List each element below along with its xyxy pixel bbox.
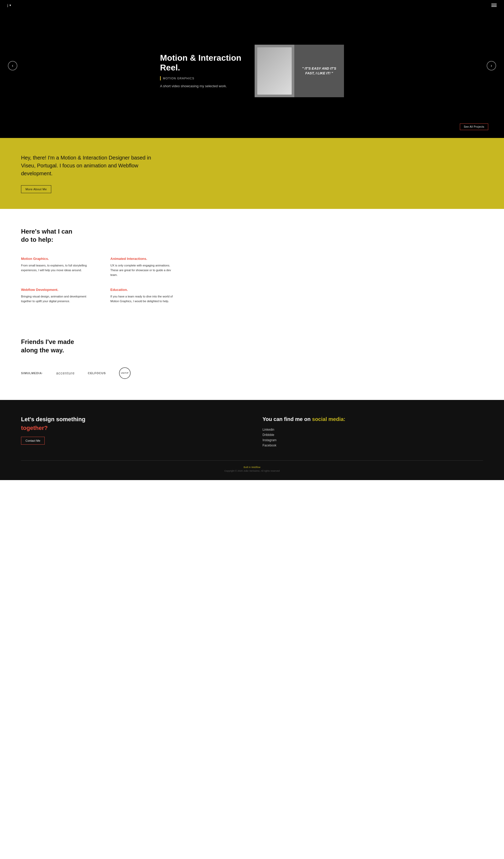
footer-social-title: You can find me on social media: bbox=[262, 416, 483, 423]
footer-cta-together: together? bbox=[21, 425, 242, 432]
service-name-webflow: Webflow Development. bbox=[21, 288, 89, 292]
more-about-button[interactable]: More About Me bbox=[21, 185, 51, 193]
service-item-animated-interactions: Animated Interactions. UX is only comple… bbox=[110, 257, 179, 277]
services-title: Here's what I can do to help: bbox=[21, 227, 79, 244]
hero-quote: " IT'S EASY AND IT'S FAST, I LIKE IT! " bbox=[299, 66, 340, 76]
services-section: Here's what I can do to help: Motion Gra… bbox=[0, 209, 504, 322]
hero-title: Motion & Interaction Reel. bbox=[160, 53, 244, 73]
about-section: Hey, there! I'm a Motion & Interaction D… bbox=[0, 138, 504, 209]
next-arrow-button[interactable]: › bbox=[487, 61, 496, 71]
footer-main: Let's design something together? Contact… bbox=[21, 416, 483, 447]
menu-icon[interactable] bbox=[491, 4, 497, 7]
service-item-webflow: Webflow Development. Bringing visual des… bbox=[21, 288, 89, 303]
service-name-education: Education. bbox=[110, 288, 179, 292]
service-desc-education: If you have a team ready to dive into th… bbox=[110, 294, 179, 303]
service-desc-motion-graphics: From small teasers, to explainers, to fu… bbox=[21, 263, 89, 272]
social-link-dribbble[interactable]: Dribbble bbox=[262, 433, 483, 437]
hero-inner: Motion & Interaction Reel. Motion Graphi… bbox=[160, 45, 344, 97]
hero-category: Motion Graphics bbox=[160, 76, 244, 80]
service-item-education: Education. If you have a team ready to d… bbox=[110, 288, 179, 303]
client-logo-celfocus: CELFOCUS bbox=[88, 372, 106, 375]
hero-img-left bbox=[255, 45, 294, 97]
client-logo-accenture: accenture bbox=[56, 371, 75, 375]
prev-arrow-button[interactable]: ‹ bbox=[8, 61, 17, 71]
social-link-instagram[interactable]: Instagram bbox=[262, 438, 483, 442]
see-all-row: See All Projects bbox=[0, 121, 504, 138]
client-logo-simulmedia: SIMULMEDIA· bbox=[21, 372, 43, 375]
social-link-facebook[interactable]: Facebook bbox=[262, 443, 483, 447]
footer-right: You can find me on social media: Linkedi… bbox=[262, 416, 483, 447]
footer-copyright: Copyright © 2020 João Veríssimo. All rig… bbox=[21, 470, 483, 472]
about-text: Hey, there! I'm a Motion & Interaction D… bbox=[21, 154, 158, 177]
nav-logo[interactable]: j ▾ bbox=[7, 3, 11, 7]
social-link-linkedin[interactable]: Linkedin bbox=[262, 428, 483, 432]
client-logo-unitip: UNITIP bbox=[119, 367, 131, 379]
service-item-motion-graphics: Motion Graphics. From small teasers, to … bbox=[21, 257, 89, 277]
navigation: j ▾ bbox=[0, 0, 504, 11]
category-bar bbox=[160, 76, 161, 80]
footer-left: Let's design something together? Contact… bbox=[21, 416, 242, 447]
contact-me-button[interactable]: Contact Me bbox=[21, 437, 45, 444]
hero-img-left-inner bbox=[257, 47, 292, 95]
hero-img-right: " IT'S EASY AND IT'S FAST, I LIKE IT! " bbox=[294, 45, 344, 97]
hero-description: A short video showcasing my selected wor… bbox=[160, 84, 244, 89]
hero-image: " IT'S EASY AND IT'S FAST, I LIKE IT! " bbox=[255, 45, 344, 97]
footer-cta-title: Let's design something bbox=[21, 416, 242, 423]
see-all-button[interactable]: See All Projects bbox=[460, 123, 488, 130]
service-desc-webflow: Bringing visual design, animation and de… bbox=[21, 294, 89, 303]
clients-title: Friends I've made along the way. bbox=[21, 338, 79, 354]
clients-logos: SIMULMEDIA· accenture CELFOCUS UNITIP bbox=[21, 367, 483, 379]
hero-image-box: " IT'S EASY AND IT'S FAST, I LIKE IT! " bbox=[255, 45, 344, 97]
hero-category-label: Motion Graphics bbox=[163, 77, 195, 80]
service-name-motion-graphics: Motion Graphics. bbox=[21, 257, 89, 261]
footer: Let's design something together? Contact… bbox=[0, 400, 504, 480]
services-grid: Motion Graphics. From small teasers, to … bbox=[21, 257, 179, 303]
service-name-animated-interactions: Animated Interactions. bbox=[110, 257, 179, 261]
footer-social-links: Linkedin Dribbble Instagram Facebook bbox=[262, 428, 483, 447]
hero-section: ‹ Motion & Interaction Reel. Motion Grap… bbox=[0, 11, 504, 121]
service-desc-animated-interactions: UX is only complete with engaging animat… bbox=[110, 263, 179, 277]
footer-built: Built in Webflow bbox=[21, 466, 483, 468]
footer-bottom: Built in Webflow Copyright © 2020 João V… bbox=[21, 461, 483, 472]
hero-text: Motion & Interaction Reel. Motion Graphi… bbox=[160, 53, 244, 89]
clients-section: Friends I've made along the way. SIMULME… bbox=[0, 322, 504, 400]
